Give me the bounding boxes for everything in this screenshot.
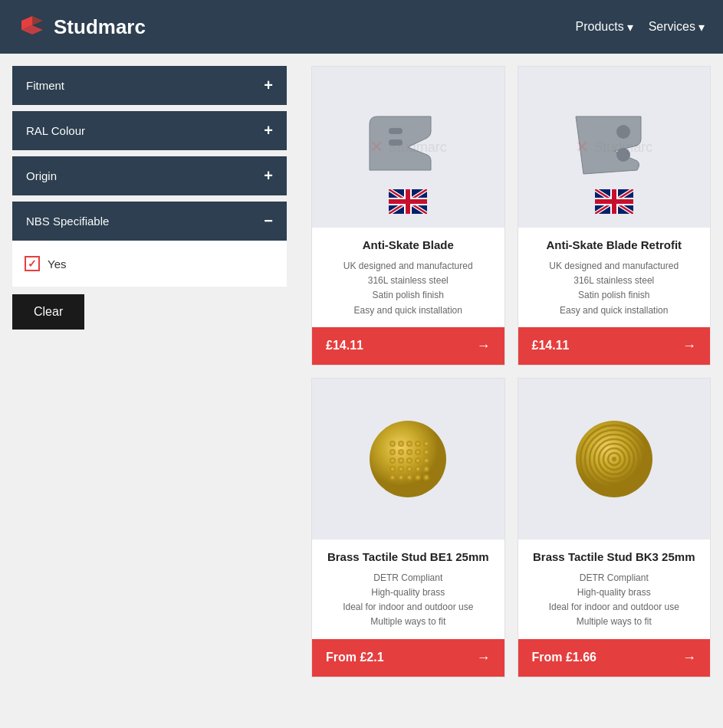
product-info-brass-stud-bk3: Brass Tactile Stud BK3 25mm DETR Complia… [518,539,711,639]
svg-point-74 [416,476,419,479]
svg-point-67 [399,467,403,471]
product-info-anti-skate-blade: Anti-Skate Blade UK designed and manufac… [312,228,504,327]
product-name: Anti-Skate Blade [324,238,492,251]
svg-point-14 [616,125,630,139]
nbs-yes-row: Yes [25,250,274,277]
product-features: DETR Compliant High-quality brass Ideal … [531,571,698,630]
arrow-right-icon: → [477,338,491,354]
product-card-anti-skate-blade: ✕ Studmarc [311,66,505,366]
header: Studmarc Products ▾ Services ▾ [0,0,723,54]
product-image-brass-stud-bk3 [518,379,711,539]
svg-point-57 [399,451,403,454]
svg-point-69 [416,467,419,471]
product-name: Brass Tactile Stud BE1 25mm [324,550,492,563]
product-price-button-brass-stud-be1[interactable]: From £2.1 → [312,639,504,677]
product-price: From £1.66 [532,651,597,664]
svg-rect-3 [389,128,403,134]
product-name: Anti-Skate Blade Retrofit [531,238,698,251]
product-price: From £2.1 [326,651,384,664]
filter-ral-colour-header[interactable]: RAL Colour + [12,111,287,150]
svg-point-15 [616,148,630,162]
blade-retrofit-svg [568,109,660,185]
svg-point-64 [416,459,419,462]
svg-point-66 [391,467,394,471]
svg-point-54 [416,442,419,445]
minus-icon: − [264,212,273,230]
svg-point-53 [408,442,411,445]
blade-svg [362,109,454,185]
nbs-yes-label: Yes [48,257,66,271]
nbs-yes-checkbox[interactable] [25,256,40,271]
svg-point-52 [399,442,403,445]
svg-marker-1 [32,16,43,25]
logo-text: Studmarc [54,15,146,39]
product-info-brass-stud-be1: Brass Tactile Stud BE1 25mm DETR Complia… [312,539,504,639]
arrow-right-icon: → [682,650,696,666]
svg-point-71 [391,476,394,479]
stud-bk3-svg [572,417,656,501]
svg-point-63 [408,459,411,462]
svg-rect-4 [389,139,403,146]
svg-rect-24 [595,199,633,204]
product-features: UK designed and manufactured 316L stainl… [531,259,698,318]
main-layout: Fitment + RAL Colour + Origin + NBS Spec… [0,54,723,728]
plus-icon: + [264,77,273,94]
svg-point-56 [391,451,394,454]
logo[interactable]: Studmarc [18,13,146,41]
nav-products[interactable]: Products ▾ [576,20,633,34]
arrow-right-icon: → [682,338,696,354]
filter-origin-header[interactable]: Origin + [12,156,287,195]
svg-point-59 [416,451,419,454]
filter-origin: Origin + [12,156,287,195]
svg-point-72 [399,476,403,479]
product-name: Brass Tactile Stud BK3 25mm [531,550,698,563]
product-features: DETR Compliant High-quality brass Ideal … [324,571,492,630]
svg-point-65 [425,459,428,462]
product-price-button-anti-skate-blade-retrofit[interactable]: £14.11 → [518,327,711,365]
product-card-brass-stud-be1: Brass Tactile Stud BE1 25mm DETR Complia… [311,378,505,677]
svg-point-70 [425,467,428,471]
filter-nbs-specifiable: NBS Specifiable − Yes [12,202,287,287]
svg-point-55 [425,442,428,445]
svg-point-75 [425,476,428,479]
plus-icon: + [264,122,273,139]
plus-icon: + [264,167,273,185]
arrow-right-icon: → [477,650,491,666]
product-features: UK designed and manufactured 316L stainl… [324,259,492,318]
uk-flag-icon [389,189,427,218]
svg-point-60 [425,451,428,454]
product-info-anti-skate-blade-retrofit: Anti-Skate Blade Retrofit UK designed an… [518,228,711,327]
sidebar: Fitment + RAL Colour + Origin + NBS Spec… [0,54,299,728]
filter-ral-colour: RAL Colour + [12,111,287,150]
product-price: £14.11 [326,339,363,353]
svg-point-51 [391,442,394,445]
header-nav: Products ▾ Services ▾ [576,20,705,34]
clear-button[interactable]: Clear [12,294,84,330]
svg-point-84 [612,457,616,461]
stud-be1-svg [366,417,450,501]
chevron-down-icon: ▾ [627,20,633,34]
product-price: £14.11 [532,339,570,353]
filter-fitment: Fitment + [12,66,287,105]
filter-fitment-header[interactable]: Fitment + [12,66,287,105]
product-card-brass-stud-bk3: Brass Tactile Stud BK3 25mm DETR Complia… [518,378,711,677]
products-grid: ✕ Studmarc [299,54,723,728]
product-image-anti-skate-blade: ✕ Studmarc [312,67,504,228]
filter-nbs-body: Yes [12,241,287,287]
product-price-button-anti-skate-blade[interactable]: £14.11 → [312,327,504,365]
svg-point-61 [391,459,394,462]
filter-nbs-specifiable-header[interactable]: NBS Specifiable − [12,202,287,241]
product-price-button-brass-stud-bk3[interactable]: From £1.66 → [518,639,711,677]
svg-rect-13 [389,199,427,204]
uk-flag-icon [595,189,633,218]
logo-icon [18,13,46,41]
product-card-anti-skate-blade-retrofit: ✕ Studmarc [518,66,711,366]
svg-point-68 [408,467,411,471]
chevron-down-icon: ▾ [698,20,705,34]
product-image-brass-stud-be1 [312,379,504,539]
nav-services[interactable]: Services ▾ [649,20,705,34]
svg-point-62 [399,459,403,462]
svg-point-58 [408,451,411,454]
svg-point-73 [408,476,411,479]
product-image-anti-skate-blade-retrofit: ✕ Studmarc [518,67,711,228]
